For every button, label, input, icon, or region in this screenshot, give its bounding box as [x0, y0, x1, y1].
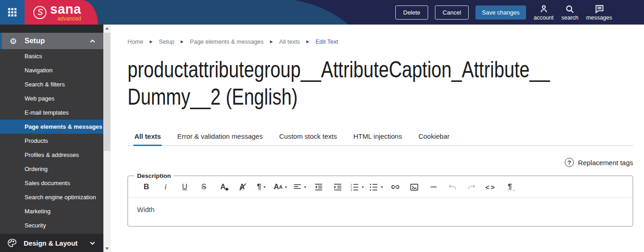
sidebar-section-design-layout[interactable]: Design & Layout: [0, 234, 103, 252]
tab-cookiebar[interactable]: Cookiebar: [418, 130, 450, 146]
messages-label: messages: [586, 15, 612, 21]
undo-icon: [448, 182, 457, 192]
breadcrumb-separator-icon: ▶: [270, 40, 273, 44]
caret-down-icon: ▾: [381, 185, 383, 189]
ordered-list-icon: 123: [350, 182, 359, 192]
unordered-list-button[interactable]: ▾: [368, 180, 383, 194]
logo-brand-text: sana: [50, 3, 81, 15]
search-icon: [565, 4, 575, 14]
search-button[interactable]: search: [561, 4, 578, 21]
breadcrumb-page-elements-messages[interactable]: Page elements & messages: [190, 38, 264, 45]
svg-text:3: 3: [351, 188, 353, 191]
logo-tagline-text: advanced: [57, 16, 81, 21]
sidebar-item-email-templates[interactable]: E-mail templates: [0, 106, 103, 120]
breadcrumb-setup[interactable]: Setup: [159, 38, 174, 45]
sidebar: ⚙ Setup Basics Navigation Search & filte…: [0, 25, 103, 252]
insert-link-button[interactable]: [388, 180, 403, 194]
breadcrumb-current: Edit Text: [316, 38, 338, 45]
redo-icon: [467, 182, 476, 192]
sidebar-item-ordering[interactable]: Ordering: [0, 162, 103, 176]
description-editor-area[interactable]: Width: [128, 198, 633, 226]
scroll-up-arrow[interactable]: [103, 25, 111, 32]
replacement-tags-link[interactable]: Replacement tags: [578, 159, 633, 166]
main-content: Home ▶ Setup ▶ Page elements & messages …: [111, 25, 644, 252]
insert-image-button[interactable]: [407, 180, 422, 194]
chevron-down-icon: [88, 238, 97, 247]
sidebar-section-setup[interactable]: ⚙ Setup: [0, 33, 103, 49]
decrease-indent-button[interactable]: [311, 180, 326, 194]
sidebar-item-basics[interactable]: Basics: [0, 49, 103, 63]
help-question-icon: ?: [565, 158, 574, 167]
sidebar-section-label: Design & Layout: [24, 239, 88, 247]
breadcrumb-separator-icon: ▶: [150, 40, 153, 44]
scroll-down-arrow[interactable]: [103, 245, 111, 252]
sidebar-item-marketing[interactable]: Marketing: [0, 204, 103, 218]
page-title-line2: Dummy__2 (English): [128, 83, 638, 111]
strikethrough-button[interactable]: S: [196, 180, 211, 194]
font-size-button[interactable]: A A ▾: [273, 180, 288, 194]
app-grid-icon: [7, 7, 17, 17]
description-fieldset: Description B i U S A A ¶ ▾ A A: [128, 172, 633, 227]
text-direction-button[interactable]: ¶→: [502, 180, 517, 194]
sidebar-item-navigation[interactable]: Navigation: [0, 63, 103, 77]
italic-button[interactable]: i: [158, 180, 173, 194]
sidebar-item-sales-documents[interactable]: Sales documents: [0, 176, 103, 190]
breadcrumb-all-texts[interactable]: All texts: [279, 38, 300, 45]
breadcrumb-home[interactable]: Home: [128, 38, 143, 45]
topbar-actions: Delete Cancel Save changes account searc…: [395, 0, 612, 25]
breadcrumb-separator-icon: ▶: [181, 40, 184, 44]
font-size-icon: A: [274, 183, 279, 191]
ordered-list-button[interactable]: 123 ▾: [349, 180, 364, 194]
topbar: sana advanced Delete Cancel Save changes…: [0, 0, 644, 25]
redo-button[interactable]: [464, 180, 479, 194]
tab-bar: All texts Error & validation messages Cu…: [128, 130, 633, 146]
sidebar-item-page-elements-messages[interactable]: Page elements & messages: [0, 120, 103, 134]
tab-html-injections[interactable]: HTML injections: [353, 130, 403, 146]
page-title-line1: productattributegroup__AttributeCaption_…: [128, 56, 638, 83]
tab-all-texts[interactable]: All texts: [133, 130, 162, 146]
text-direction-icon: ¶→: [508, 183, 512, 191]
align-icon: [293, 182, 302, 192]
save-changes-button[interactable]: Save changes: [475, 5, 526, 20]
page-title: productattributegroup__AttributeCaption_…: [128, 56, 638, 111]
sidebar-item-web-pages[interactable]: Web pages: [0, 91, 103, 106]
tab-custom-stock-texts[interactable]: Custom stock texts: [278, 130, 338, 146]
app-grid-button[interactable]: [0, 0, 25, 25]
strikethrough-icon: S: [201, 183, 206, 191]
delete-button[interactable]: Delete: [395, 5, 428, 20]
underline-icon: U: [182, 183, 188, 191]
horizontal-line-button[interactable]: [426, 180, 441, 194]
sidebar-item-search-filters[interactable]: Search & filters: [0, 77, 103, 91]
sana-logo[interactable]: sana advanced: [33, 0, 81, 25]
text-align-button[interactable]: ▾: [292, 180, 307, 194]
account-icon: [539, 4, 549, 14]
caret-down-icon: ▾: [263, 185, 266, 189]
account-button[interactable]: account: [534, 4, 554, 21]
sidebar-item-products[interactable]: Products: [0, 134, 103, 148]
messages-button[interactable]: messages: [586, 4, 612, 21]
scrollbar-thumb[interactable]: [104, 33, 110, 151]
increase-indent-button[interactable]: [330, 180, 345, 194]
sidebar-scrollbar[interactable]: [103, 25, 111, 252]
unordered-list-icon: [369, 182, 378, 192]
sidebar-item-profiles-addresses[interactable]: Profiles & addresses: [0, 148, 103, 162]
messages-icon: [594, 4, 604, 14]
cancel-button[interactable]: Cancel: [435, 5, 469, 20]
code-view-button[interactable]: <>: [483, 180, 498, 194]
sidebar-item-seo[interactable]: Search engine optimization: [0, 190, 103, 204]
horizontal-rule-icon: [429, 182, 438, 192]
clear-formatting-button[interactable]: A: [235, 180, 250, 194]
tab-error-validation-messages[interactable]: Error & validation messages: [176, 130, 264, 146]
text-color-button[interactable]: A: [215, 180, 230, 194]
sana-logo-icon: [33, 5, 47, 20]
clear-formatting-icon: A: [240, 183, 245, 191]
link-icon: [390, 182, 400, 192]
undo-button[interactable]: [445, 180, 460, 194]
search-label: search: [561, 15, 578, 21]
underline-button[interactable]: U: [177, 180, 192, 194]
image-icon: [409, 182, 419, 192]
sidebar-item-security[interactable]: Security: [0, 218, 103, 232]
bold-button[interactable]: B: [139, 180, 154, 194]
paragraph-icon: ¶: [257, 182, 261, 192]
paragraph-format-button[interactable]: ¶ ▾: [254, 180, 269, 194]
